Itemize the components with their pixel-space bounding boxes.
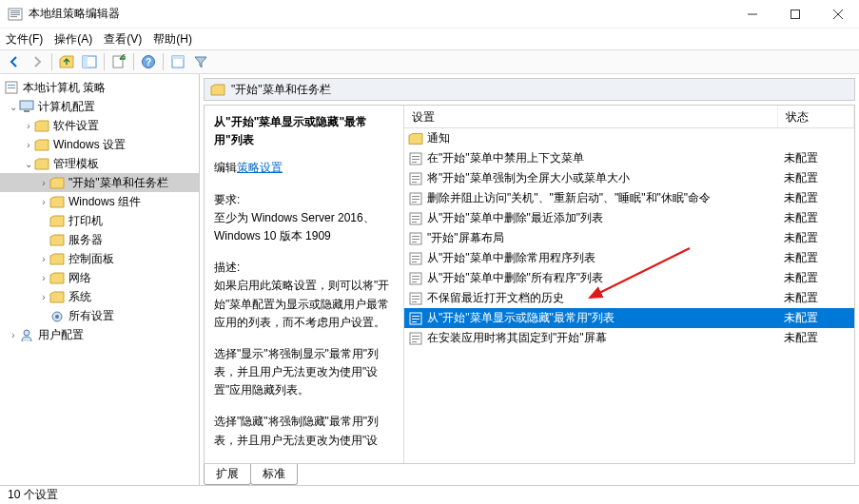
expand-icon[interactable]: › [23, 140, 34, 150]
list-row[interactable]: 从"开始"菜单中删除"最近添加"列表未配置 [404, 208, 854, 228]
row-name: 在安装应用时将其固定到"开始"屏幕 [427, 330, 784, 346]
tree-software-settings[interactable]: › 软件设置 [0, 116, 199, 135]
forward-button[interactable] [27, 51, 48, 72]
svg-rect-38 [412, 219, 420, 220]
maximize-button[interactable] [773, 0, 816, 28]
status-text: 10 个设置 [8, 487, 58, 503]
collapse-icon[interactable]: ⌄ [23, 159, 34, 169]
tab-standard[interactable]: 标准 [250, 464, 298, 485]
setting-icon [408, 251, 423, 266]
folder-icon [34, 139, 49, 151]
svg-rect-27 [412, 162, 417, 163]
minimize-button[interactable] [731, 0, 773, 28]
svg-rect-41 [412, 236, 420, 237]
row-name: 在"开始"菜单中禁用上下文菜单 [427, 150, 784, 166]
list-row[interactable]: 从"开始"菜单显示或隐藏"最常用"列表未配置 [404, 308, 854, 328]
row-state: 未配置 [784, 310, 850, 326]
svg-rect-46 [412, 259, 420, 260]
svg-rect-34 [412, 199, 420, 200]
menu-view[interactable]: 查看(V) [104, 31, 142, 48]
expand-icon[interactable]: › [8, 330, 19, 340]
tree-control-panel[interactable]: › 控制面板 [0, 249, 199, 268]
menu-file[interactable]: 文件(F) [6, 31, 43, 48]
list-row[interactable]: 在"开始"菜单中禁用上下文菜单未配置 [404, 148, 854, 168]
svg-rect-1 [10, 10, 20, 11]
tree-windows-settings[interactable]: › Windows 设置 [0, 135, 199, 154]
folder-icon [49, 291, 65, 303]
setting-icon [408, 151, 423, 166]
tree-network[interactable]: › 网络 [0, 268, 199, 287]
help-button[interactable]: ? [138, 51, 159, 72]
svg-rect-6 [791, 10, 799, 18]
svg-rect-45 [412, 256, 420, 257]
window-title: 本地组策略编辑器 [29, 6, 731, 22]
column-state[interactable]: 状态 [778, 106, 854, 127]
row-name: 从"开始"菜单中删除"所有程序"列表 [427, 270, 784, 286]
row-state: 未配置 [784, 170, 850, 186]
edit-policy-link[interactable]: 策略设置 [237, 161, 283, 174]
tree-printers[interactable]: 打印机 [0, 211, 199, 230]
list-row[interactable]: 将"开始"菜单强制为全屏大小或菜单大小未配置 [404, 168, 854, 188]
column-setting[interactable]: 设置 [404, 106, 778, 127]
svg-rect-61 [412, 336, 420, 337]
setting-icon [408, 271, 423, 286]
close-button[interactable] [816, 0, 859, 28]
menu-action[interactable]: 操作(A) [54, 31, 92, 48]
svg-rect-17 [8, 85, 15, 86]
folder-icon [49, 196, 65, 208]
list-row[interactable]: "开始"屏幕布局未配置 [404, 228, 854, 248]
tree-admin-templates[interactable]: ⌄ 管理模板 [0, 154, 199, 173]
tree-all-settings[interactable]: 所有设置 [0, 306, 199, 325]
setting-icon [408, 331, 423, 346]
list-folder-notifications[interactable]: 通知 [404, 128, 854, 148]
menu-help[interactable]: 帮助(H) [153, 31, 192, 48]
expand-icon[interactable]: › [38, 273, 49, 283]
up-button[interactable] [56, 51, 77, 72]
list-row[interactable]: 删除并阻止访问"关机"、"重新启动"、"睡眠"和"休眠"命令未配置 [404, 188, 854, 208]
back-button[interactable] [4, 51, 25, 72]
svg-rect-51 [412, 281, 417, 282]
tree-computer-config[interactable]: ⌄ 计算机配置 [0, 97, 199, 116]
computer-icon [19, 100, 34, 113]
list-header: 设置 状态 [404, 106, 854, 128]
tree-root[interactable]: 本地计算机 策略 [0, 78, 199, 97]
settings-icon [49, 310, 65, 322]
tree-pane: 本地计算机 策略 ⌄ 计算机配置 › 软件设置 › Windows 设置 ⌄ 管… [0, 74, 200, 485]
folder-icon [408, 131, 423, 146]
description-p1: 如果启用此策略设置，则可以将"开始"菜单配置为显示或隐藏用户最常应用的列表，而不… [214, 277, 394, 332]
svg-rect-42 [412, 239, 420, 240]
expand-icon[interactable]: › [23, 121, 34, 131]
tree-server[interactable]: 服务器 [0, 230, 199, 249]
tab-extended[interactable]: 扩展 [204, 464, 251, 485]
list-row[interactable]: 不保留最近打开文档的历史未配置 [404, 288, 854, 308]
properties-button[interactable] [167, 51, 188, 72]
collapse-icon[interactable]: ⌄ [8, 102, 19, 112]
svg-rect-54 [412, 299, 420, 300]
expand-icon[interactable]: › [38, 254, 49, 264]
setting-title: 从"开始"菜单显示或隐藏"最常用"列表 [214, 113, 394, 149]
row-name: 从"开始"菜单中删除"最近添加"列表 [427, 210, 784, 226]
svg-rect-3 [10, 14, 20, 15]
svg-rect-55 [412, 301, 417, 302]
toolbar-separator [133, 53, 134, 70]
filter-button[interactable] [190, 51, 211, 72]
row-state: 未配置 [784, 230, 850, 246]
expand-icon[interactable]: › [38, 178, 49, 188]
expand-icon[interactable]: › [38, 197, 49, 207]
list-row[interactable]: 从"开始"菜单中删除常用程序列表未配置 [404, 248, 854, 268]
statusbar: 10 个设置 [0, 485, 859, 504]
tree-windows-components[interactable]: › Windows 组件 [0, 192, 199, 211]
svg-rect-29 [412, 176, 420, 177]
description-label: 描述: [214, 259, 394, 277]
tree-start-taskbar[interactable]: › "开始"菜单和任务栏 [0, 173, 199, 192]
export-button[interactable] [108, 51, 129, 72]
expand-icon[interactable]: › [38, 292, 49, 302]
list-row[interactable]: 从"开始"菜单中删除"所有程序"列表未配置 [404, 268, 854, 288]
tree-system[interactable]: › 系统 [0, 287, 199, 306]
list-pane: 设置 状态 通知 在"开始"菜单中禁用上下文菜单未配置将"开始"菜单强制为全屏大… [404, 106, 854, 463]
path-title: "开始"菜单和任务栏 [231, 82, 331, 98]
tree-user-config[interactable]: › 用户配置 [0, 325, 199, 344]
svg-rect-59 [412, 321, 417, 322]
show-hide-tree-button[interactable] [79, 51, 100, 72]
list-row[interactable]: 在安装应用时将其固定到"开始"屏幕未配置 [404, 328, 854, 348]
